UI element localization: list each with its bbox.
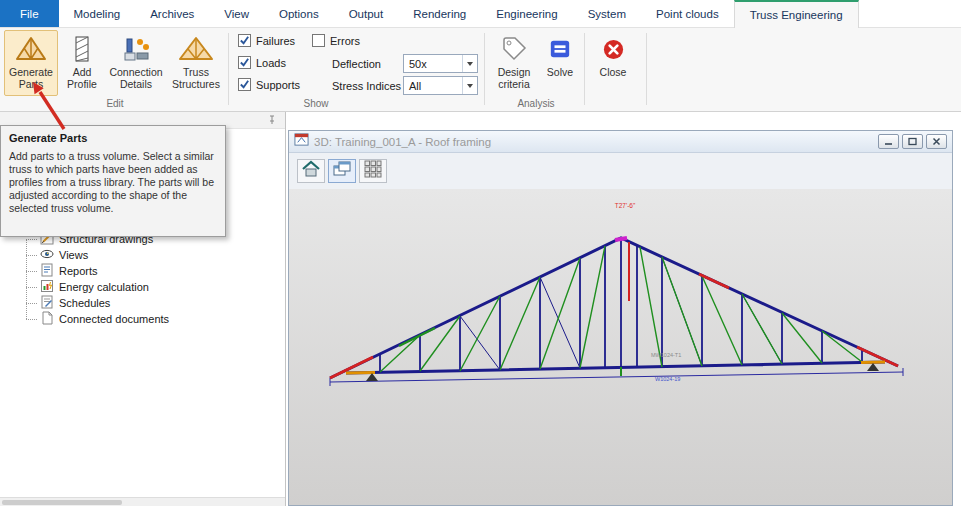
close-icon [602,34,625,64]
tree-item-label: Reports [59,265,98,277]
design-criteria-label: Design criteria [491,66,537,90]
design-criteria-button[interactable]: Design criteria [490,30,538,96]
sidebar-item-schedules[interactable]: Schedules [26,295,169,311]
stress-indices-value: All [404,80,462,92]
close-button[interactable]: Close [590,30,636,96]
errors-checkbox[interactable]: Errors [312,34,360,47]
loads-label: Loads [256,57,286,69]
view-toolbar [289,153,952,189]
grid-views-button[interactable] [359,159,387,183]
deflection-value: 50x [404,58,462,70]
window-titlebar[interactable]: 3D: Training_001_A - Roof framing [289,131,952,153]
show-group-label: Show [236,98,396,109]
supports-label: Supports [256,79,300,91]
generate-parts-button[interactable]: Generate Parts [4,30,58,96]
truss-dimension-label: W1024-19 [655,376,680,382]
show-group: Failures Errors Loads Supports Deflectio… [236,30,484,110]
grid-icon [364,160,382,182]
group-separator [646,33,647,105]
add-profile-button[interactable]: Add Profile [60,30,104,96]
errors-label: Errors [330,35,360,47]
cascade-windows-icon [332,160,352,182]
truss-drawing: T27'-6" MW1024-T1 W1024-19 [295,191,945,503]
deflection-dropdown[interactable]: 50x [403,54,478,73]
equals-icon [549,34,571,64]
group-separator [228,33,229,105]
tab-point-clouds[interactable]: Point clouds [641,0,734,27]
truss-structures-button[interactable]: Truss Structures [168,30,224,96]
connection-details-button[interactable]: Connection Details [106,30,166,96]
tree-item-label: Views [59,249,88,261]
reports-icon [40,263,54,279]
tab-modeling[interactable]: Modeling [59,0,136,27]
checkbox-icon [238,78,251,91]
close-window-button[interactable] [926,134,947,149]
supports-checkbox[interactable]: Supports [238,78,300,91]
ribbon: Generate Parts Add Profile [0,28,961,112]
solve-button[interactable]: Solve [540,30,580,96]
schedules-icon [40,295,54,311]
tab-archives[interactable]: Archives [135,0,209,27]
stress-indices-label: Stress Indices [332,80,401,92]
sidebar-item-connected-documents[interactable]: Connected documents [26,311,169,327]
close-group: Close [590,30,640,110]
add-profile-label: Add Profile [61,66,103,90]
group-separator [584,33,585,105]
group-separator [484,33,485,105]
3d-viewport[interactable]: T27'-6" MW1024-T1 W1024-19 [289,189,952,505]
cascade-windows-button[interactable] [328,159,356,183]
stress-indices-dropdown[interactable]: All [403,76,478,95]
solve-label: Solve [547,66,573,78]
views-icon [40,247,54,263]
restore-button[interactable] [902,134,923,149]
chevron-down-icon [462,77,477,94]
connection-details-label: Connection Details [107,66,165,90]
horizontal-scrollbar[interactable] [0,497,285,506]
tree-item-label: Energy calculation [59,281,149,293]
tab-engineering[interactable]: Engineering [481,0,572,27]
tree-item-label: Schedules [59,297,110,309]
checkbox-icon [312,34,325,47]
3d-window: 3D: Training_001_A - Roof framing [288,130,953,506]
profile-icon [68,34,96,64]
project-tree: Structural drawings Views Reports Energy… [26,231,169,327]
sidebar-item-views[interactable]: Views [26,247,169,263]
edit-group-label: Edit [4,98,226,109]
tab-system[interactable]: System [573,0,641,27]
truss-peak-label: T27'-6" [615,202,636,209]
home-view-button[interactable] [297,159,325,183]
scrollbar-thumb[interactable] [2,500,122,505]
document-icon [40,311,54,327]
truss-structures-icon [178,34,214,64]
tab-rendering[interactable]: Rendering [398,0,481,27]
window-icon [294,132,309,151]
tab-truss-engineering[interactable]: Truss Engineering [734,0,859,28]
tag-icon [501,34,527,64]
minimize-button[interactable] [878,134,899,149]
generate-parts-label: Generate Parts [5,66,57,90]
chevron-down-icon [462,55,477,72]
tooltip-title: Generate Parts [9,132,217,144]
analysis-group: Design criteria Solve Analysis [490,30,582,110]
deflection-label: Deflection [332,58,381,70]
truss-member-label: MW1024-T1 [651,352,681,358]
window-title: 3D: Training_001_A - Roof framing [314,136,875,148]
menu-bar: File Modeling Archives View Options Outp… [0,0,961,28]
pin-icon[interactable] [267,111,277,129]
truss-structures-label: Truss Structures [169,66,223,90]
tooltip-body: Add parts to a truss volume. Select a si… [9,150,217,215]
sidebar-item-reports[interactable]: Reports [26,263,169,279]
checkbox-icon [238,34,251,47]
tab-view[interactable]: View [209,0,264,27]
close-label: Close [600,66,627,78]
edit-group: Generate Parts Add Profile [4,30,226,110]
tab-output[interactable]: Output [334,0,399,27]
energy-calculation-icon [40,279,54,295]
sidebar-item-energy-calculation[interactable]: Energy calculation [26,279,169,295]
tab-file[interactable]: File [0,0,59,27]
failures-checkbox[interactable]: Failures [238,34,295,47]
generate-parts-tooltip: Generate Parts Add parts to a truss volu… [0,125,226,237]
tab-options[interactable]: Options [264,0,334,27]
failures-label: Failures [256,35,295,47]
loads-checkbox[interactable]: Loads [238,56,286,69]
